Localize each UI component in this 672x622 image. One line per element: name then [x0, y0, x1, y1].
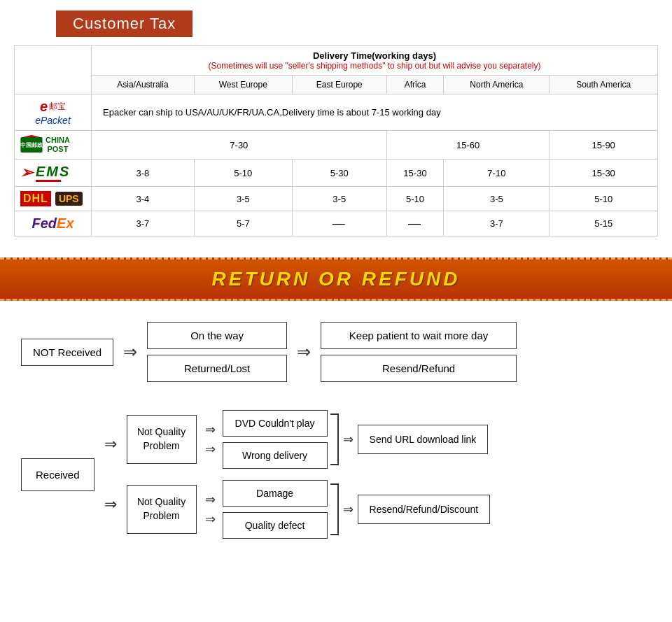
upper-options: DVD Couldn't play Wrong delivery: [223, 410, 328, 469]
col-asia: Asia/Australia: [92, 76, 195, 94]
chinapost-logo: 中国邮政 CHINAPOST: [20, 135, 85, 155]
received-flow: Received ⇒ ⇒ Not QualityProblem ⇒ ⇒ DVD …: [0, 396, 672, 553]
ups-text: UPS: [55, 192, 83, 206]
dhl-north: 3-5: [444, 187, 550, 211]
lower-arrow-1: ⇒: [205, 492, 216, 507]
upper-outcome-arrow: ⇒: [343, 432, 354, 447]
branch-arrow-down: ⇒: [104, 495, 117, 514]
damage-box: Damage: [223, 480, 328, 507]
epacket-e-icon: e: [40, 99, 48, 115]
dhl-text: DHL: [20, 191, 51, 206]
lower-sub-arrows: ⇒ ⇒: [201, 492, 220, 527]
lower-bracket-line: [330, 483, 339, 535]
arrow-2: ⇒: [297, 342, 311, 362]
quality-defect-box: Quality defect: [223, 512, 328, 539]
col-north-america: North America: [444, 76, 550, 94]
upper-arrow-1: ⇒: [205, 422, 216, 437]
dvd-couldnt-play-box: DVD Couldn't play: [223, 410, 328, 437]
arrow-1: ⇒: [123, 342, 137, 362]
svg-text:中国邮政: 中国邮政: [20, 142, 43, 148]
not-received-outcomes: Keep patient to wait more day Resend/Ref…: [321, 322, 517, 382]
fedex-north: 3-7: [444, 211, 550, 236]
ems-logo: ➢ EMS: [20, 164, 85, 182]
received-branch-arrows: ⇒ ⇒: [100, 435, 121, 514]
customer-tax-title: Customer Tax: [56, 10, 192, 37]
not-received-flow: NOT Received ⇒ On the way Returned/Lost …: [0, 322, 672, 396]
upper-arrow-2: ⇒: [205, 441, 216, 457]
delivery-table: Delivery Time(working days) (Sometimes w…: [14, 45, 658, 236]
ems-arrow-icon: ➢: [20, 164, 33, 182]
row-fedex: FedEx 3-7 5-7 — — 3-7 5-15: [15, 211, 658, 236]
ems-asia: 3-8: [92, 160, 195, 187]
row-ems: ➢ EMS 3-8 5-10 5-30 15-30 7-10 15-30: [15, 160, 658, 187]
fedex-south: 5-15: [550, 211, 658, 236]
customer-tax-section: Customer Tax Delivery Time(working days)…: [0, 0, 672, 250]
branch-arrow-up: ⇒: [104, 435, 117, 453]
chinapost-icon: 中国邮政: [20, 135, 43, 155]
return-banner: RETURN OR REFUND: [0, 257, 672, 301]
col-south-america: South America: [550, 76, 658, 94]
fedex-ex-text: Ex: [57, 215, 74, 231]
col-africa: Africa: [386, 76, 444, 94]
wrong-delivery-box: Wrong delivery: [223, 442, 328, 469]
epacket-mail-icon: 邮宝: [49, 101, 66, 113]
return-refund-section: RETURN OR REFUND NOT Received ⇒ On the w…: [0, 257, 672, 553]
row-chinapost: 中国邮政 CHINAPOST 7-30 15-60 15-90: [15, 131, 658, 160]
on-the-way-box: On the way: [147, 322, 287, 349]
fedex-west: 5-7: [194, 211, 292, 236]
returned-lost-box: Returned/Lost: [147, 355, 287, 382]
dhlups-logo: DHL UPS: [20, 191, 85, 206]
epacket-info: Epacker can ship to USA/AU/UK/FR/UA.CA,D…: [92, 94, 658, 131]
epacket-logo: e 邮宝 ePacket: [20, 99, 85, 126]
lower-outcome-arrow: ⇒: [343, 502, 354, 517]
upper-bracket-line: [330, 414, 339, 465]
dhl-west: 3-5: [194, 187, 292, 211]
received-box: Received: [21, 458, 94, 491]
return-banner-text: RETURN OR REFUND: [212, 268, 461, 290]
chinapost-africa: 15-60: [386, 131, 550, 160]
ems-text: EMS: [36, 164, 70, 180]
fedex-asia: 3-7: [92, 211, 195, 236]
ems-africa: 15-30: [386, 160, 444, 187]
upper-sub-arrows: ⇒ ⇒: [201, 422, 220, 457]
chinapost-south: 15-90: [550, 131, 658, 160]
dhl-east: 3-5: [292, 187, 386, 211]
delivery-sub: (Sometimes will use "seller's shipping m…: [97, 61, 652, 71]
keep-patient-box: Keep patient to wait more day: [321, 322, 517, 349]
row-epacket: e 邮宝 ePacket Epacker can ship to USA/AU/…: [15, 94, 658, 131]
not-quality-problem-lower: Not QualityProblem: [127, 485, 197, 533]
epacket-label: ePacket: [35, 115, 71, 126]
dhl-africa: 5-10: [386, 187, 444, 211]
resend-refund-box: Resend/Refund: [321, 355, 517, 382]
send-url-box: Send URL download link: [358, 425, 489, 454]
dhl-south: 5-10: [550, 187, 658, 211]
dhl-asia: 3-4: [92, 187, 195, 211]
upper-bracket: [330, 414, 339, 465]
ems-underline: [36, 180, 61, 182]
col-west-europe: West Europe: [194, 76, 292, 94]
lower-bracket: [330, 483, 339, 535]
not-quality-problem-upper: Not QualityProblem: [127, 415, 197, 463]
lower-options: Damage Quality defect: [223, 480, 328, 539]
chinapost-asia: 7-30: [92, 131, 387, 160]
not-received-options: On the way Returned/Lost: [147, 322, 287, 382]
ems-north: 7-10: [444, 160, 550, 187]
lower-arrow-2: ⇒: [205, 511, 216, 527]
upper-quality-block: Not QualityProblem ⇒ ⇒ DVD Couldn't play…: [127, 410, 491, 469]
fedex-fe-text: Fed: [31, 215, 57, 231]
delivery-header: Delivery Time(working days): [97, 50, 652, 61]
ems-east: 5-30: [292, 160, 386, 187]
row-dhlups: DHL UPS 3-4 3-5 3-5 5-10 3-5 5-10: [15, 187, 658, 211]
chinapost-label: CHINAPOST: [46, 136, 70, 154]
fedex-logo: FedEx: [20, 215, 85, 232]
fedex-africa: —: [386, 211, 444, 236]
quality-blocks: Not QualityProblem ⇒ ⇒ DVD Couldn't play…: [127, 410, 491, 539]
ems-south: 15-30: [550, 160, 658, 187]
not-received-box: NOT Received: [21, 339, 113, 366]
resend-refund-discount-box: Resend/Refund/Discount: [358, 495, 491, 524]
svg-marker-2: [23, 135, 41, 137]
lower-quality-block: Not QualityProblem ⇒ ⇒ Damage Quality de…: [127, 480, 491, 539]
fedex-east: —: [292, 211, 386, 236]
ems-west: 5-10: [194, 160, 292, 187]
col-east-europe: East Europe: [292, 76, 386, 94]
